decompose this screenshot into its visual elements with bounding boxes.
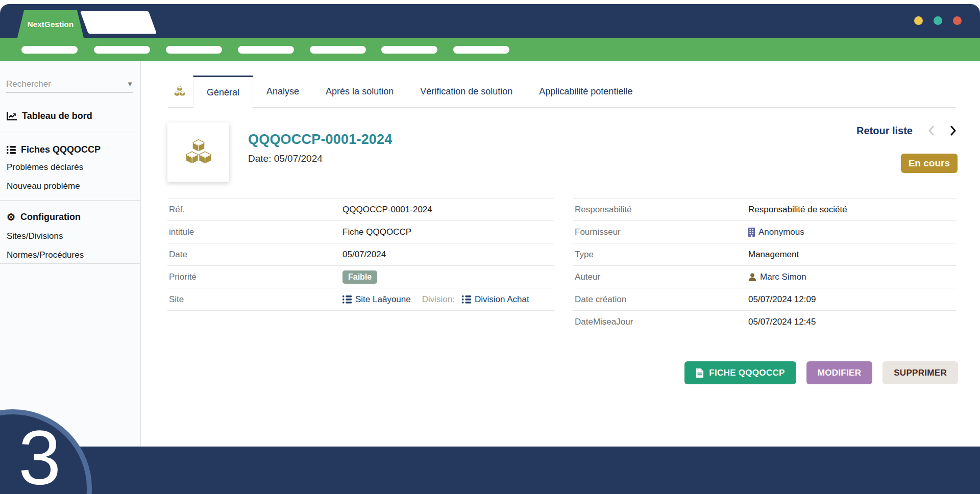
record-navigation: Retour liste: [856, 125, 958, 137]
brand-name: NextGestion: [28, 20, 74, 29]
list-icon: [342, 295, 352, 304]
sidebar-item-label: Normes/Procédures: [7, 250, 84, 260]
table-row: Type Management: [573, 243, 956, 266]
sidebar-item-label: Sites/Divisions: [7, 231, 63, 241]
window-dot-teal[interactable]: [934, 16, 942, 25]
divider: [0, 263, 140, 264]
field-label: Date: [167, 250, 342, 260]
status-badge: En cours: [901, 154, 958, 173]
table-row: Date création 05/07/2024 12:09: [573, 288, 956, 311]
tab-general[interactable]: Général: [193, 76, 253, 108]
priority-badge: Faible: [342, 270, 377, 284]
division-label: Division:: [422, 294, 455, 305]
tab-apres-la-solution[interactable]: Après la solution: [312, 76, 407, 107]
field-label: Réf.: [167, 205, 342, 215]
table-row: Date 05/07/2024: [167, 243, 554, 266]
titlebar: NextGestion: [0, 4, 980, 38]
field-label: Fournisseur: [573, 227, 748, 237]
nav-pill-placeholder[interactable]: [310, 46, 366, 54]
record-tabs: Général Analyse Après la solution Vérifi…: [168, 76, 646, 107]
sidebar-item-problemes-declares[interactable]: Problèmes déclarés: [7, 160, 135, 175]
nav-pill-placeholder[interactable]: [381, 46, 437, 54]
sidebar-item-normes-procedures[interactable]: Normes/Procédures: [7, 248, 135, 263]
building-icon: [748, 228, 755, 237]
site-link[interactable]: Site Laâyoune: [342, 294, 411, 305]
sidebar-item-label: Fiches QQQOCCP: [21, 144, 101, 155]
field-value: 05/07/2024: [342, 250, 386, 260]
back-to-list-link[interactable]: Retour liste: [856, 125, 913, 137]
field-label: DateMiseaJour: [573, 317, 748, 327]
sidebar-item-label: Tableau de bord: [22, 111, 92, 121]
brand-tab[interactable]: NextGestion: [17, 10, 84, 38]
main-nav: [0, 38, 980, 61]
division-link[interactable]: Division Achat: [462, 294, 529, 305]
chevron-right-icon[interactable]: [949, 125, 958, 137]
cubes-icon: [184, 139, 213, 165]
gear-icon: ⚙: [7, 212, 15, 222]
tab-applicabilite-potentielle[interactable]: Applicabilité potentielle: [526, 76, 646, 107]
tab-analyse[interactable]: Analyse: [253, 76, 312, 107]
field-label: Priorité: [167, 272, 342, 282]
table-row: intitule Fiche QQQOCCP: [167, 221, 554, 243]
divider: [168, 107, 956, 108]
search-input[interactable]: [6, 79, 124, 89]
table-row: DateMiseaJour 05/07/2024 12:45: [573, 311, 956, 333]
field-value: Management: [748, 250, 799, 260]
modifier-button[interactable]: MODIFIER: [806, 361, 873, 384]
divider: [0, 200, 140, 201]
nav-pill-placeholder[interactable]: [21, 46, 78, 54]
list-icon: [462, 295, 471, 304]
chevron-down-icon[interactable]: ▼: [127, 80, 133, 88]
page-number: 3: [18, 419, 61, 494]
footer-bar: [0, 447, 980, 494]
record-title: QQQOCCP-0001-2024: [248, 132, 393, 147]
field-label: Date création: [573, 294, 748, 305]
field-label: intitule: [167, 227, 342, 237]
sidebar-item-nouveau-probleme[interactable]: Nouveau problème: [7, 179, 135, 194]
sidebar-item-configuration[interactable]: ⚙ Configuration: [7, 209, 135, 225]
field-label: Site: [167, 294, 342, 305]
sidebar-item-label: Configuration: [20, 212, 81, 223]
nav-pill-placeholder[interactable]: [166, 46, 222, 54]
action-buttons: FICHE QQQOCCP MODIFIER SUPPRIMER: [684, 361, 958, 384]
tab-verification-de-solution[interactable]: Vérification de solution: [407, 76, 526, 107]
divider: [0, 133, 140, 133]
field-value: Responsabilité de société: [748, 205, 847, 215]
author-link[interactable]: Marc Simon: [748, 272, 806, 282]
nav-pill-placeholder[interactable]: [453, 46, 509, 54]
record-thumbnail: [167, 122, 229, 182]
field-value: QQQOCCP-0001-2024: [342, 205, 432, 215]
chevron-left-icon[interactable]: [927, 125, 935, 137]
window-dot-yellow[interactable]: [914, 16, 923, 25]
sidebar-item-label: Problèmes déclarés: [7, 162, 83, 172]
sidebar: ▼ Tableau de bord Fiches QQQOCCP Problèm…: [0, 61, 141, 447]
field-label: Responsabilité: [573, 205, 748, 215]
window-dot-red[interactable]: [953, 16, 962, 25]
table-row: Fournisseur Anonymous: [573, 221, 956, 243]
details-table-right: Responsabilité Responsabilité de société…: [573, 198, 956, 333]
supprimer-button[interactable]: SUPPRIMER: [883, 361, 958, 384]
record-date: Date: 05/07/2024: [248, 153, 323, 164]
search-box[interactable]: ▼: [6, 76, 133, 93]
sidebar-item-label: Nouveau problème: [7, 181, 80, 191]
field-value: Fiche QQQOCCP: [342, 227, 411, 237]
details-table-left: Réf. QQQOCCP-0001-2024 intitule Fiche QQ…: [167, 198, 554, 311]
nav-pill-placeholder[interactable]: [238, 46, 294, 54]
table-row: Responsabilité Responsabilité de société: [573, 199, 956, 221]
sidebar-item-sites-divisions[interactable]: Sites/Divisions: [7, 229, 135, 244]
supplier-link[interactable]: Anonymous: [748, 227, 804, 237]
sidebar-item-fiches-qqqoccp[interactable]: Fiches QQQOCCP: [7, 142, 135, 157]
table-row: Auteur Marc Simon: [573, 266, 956, 288]
table-row: Priorité Faible: [167, 266, 554, 288]
nav-pill-placeholder[interactable]: [94, 46, 150, 54]
fiche-qqqoccp-button[interactable]: FICHE QQQOCCP: [684, 361, 796, 384]
pdf-file-icon: [696, 368, 704, 378]
cubes-icon: [168, 76, 193, 107]
app-window: NextGestion ▼ Tableau de bord Fic: [0, 0, 980, 494]
user-icon: [748, 273, 756, 281]
sidebar-item-dashboard[interactable]: Tableau de bord: [7, 108, 135, 124]
table-row: Site Site Laâyoune Division: Division Ac…: [167, 288, 554, 311]
field-label: Type: [573, 250, 748, 260]
list-icon: [7, 145, 16, 154]
table-row: Réf. QQQOCCP-0001-2024: [167, 199, 554, 221]
